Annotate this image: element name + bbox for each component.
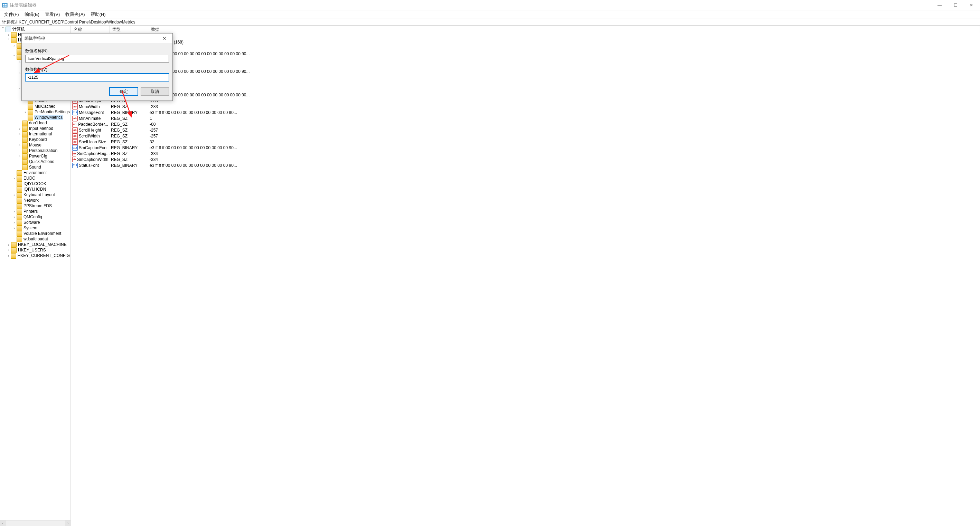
tree-item[interactable]: ›Mouse [0,142,70,148]
tree-item[interactable]: ›Software [0,220,70,225]
list-row[interactable]: 011SmCaptionFontREG_BINARYe3 ff ff ff 00… [71,145,980,151]
title-bar: 注册表编辑器 — ☐ ✕ [0,0,980,10]
string-value-icon: ab [72,116,78,121]
minimize-button[interactable]: — [932,0,948,10]
tree-item[interactable]: ›Personalization [0,148,70,153]
tree-item[interactable]: ›Network [0,197,70,203]
close-button[interactable]: ✕ [963,0,979,10]
list-row[interactable] [71,45,980,51]
menu-help[interactable]: 帮助(H) [88,11,108,18]
value-type: REG_SZ [110,157,148,162]
value-name-input[interactable] [25,55,169,62]
folder-icon [17,220,22,226]
tree-item[interactable]: ›Keyboard Layout [0,192,70,197]
tree-hkcc[interactable]: ›HKEY_CURRENT_CONFIG [0,253,70,258]
value-type: REG_SZ [110,140,148,145]
tree-item[interactable]: ›IQIYI.COOK [0,181,70,186]
tree-item[interactable]: ›Keyboard [0,137,70,142]
value-type: REG_BINARY [110,110,148,115]
list-row[interactable]: 00 00 00 00 00 00 00 00 00 00 00 00 90..… [71,92,980,98]
tree-root[interactable]: ˅计算机 [0,26,70,32]
tree-item[interactable]: ›System [0,225,70,231]
value-data-label: 数值数据(V): [25,67,169,73]
string-value-icon: ab [72,139,78,145]
value-data: 1 [148,116,980,121]
folder-icon [22,165,28,170]
list-row[interactable] [71,62,980,68]
string-value-icon: ab [72,157,76,162]
list-row[interactable] [71,33,980,39]
list-row[interactable]: abScrollHeightREG_SZ-257 [71,127,980,133]
tree-item[interactable]: ›Quick Actions [0,159,70,164]
maximize-button[interactable]: ☐ [948,0,963,10]
tree-item[interactable]: ›International [0,131,70,137]
tree-hku[interactable]: ›HKEY_USERS [0,247,70,253]
list-row[interactable]: 011StatusFontREG_BINARYe3 ff ff ff 00 00… [71,162,980,168]
value-data-input[interactable] [25,73,169,81]
value-type: REG_BINARY [110,163,148,168]
list-row[interactable] [71,86,980,92]
list-row[interactable]: (168) [71,39,980,45]
menu-favorites[interactable]: 收藏夹(A) [62,11,88,18]
tree-horizontal-scrollbar[interactable]: ‹ › [0,520,71,526]
menu-view[interactable]: 查看(V) [42,11,62,18]
menu-edit[interactable]: 编辑(E) [22,11,42,18]
menu-file[interactable]: 文件(F) [2,11,22,18]
value-name-label: 数值名称(N): [25,48,169,54]
list-row[interactable] [71,74,980,80]
tree-hklm[interactable]: ›HKEY_LOCAL_MACHINE [0,242,70,247]
folder-icon [22,154,28,159]
col-header-type[interactable]: 类型 [110,25,148,33]
svg-rect-1 [3,4,5,5]
tree-item[interactable]: ›PowerCfg [0,153,70,159]
binary-value-icon: 011 [72,110,78,115]
dialog-title: 编辑字符串 [24,36,159,41]
tree-item-windowmetrics[interactable]: ›WindowMetrics [0,114,70,120]
dialog-titlebar[interactable]: 编辑字符串 ✕ [22,33,172,43]
tree-item[interactable]: ›don't load [0,120,70,126]
tree-item-permonitorsettings[interactable]: ›PerMonitorSettings [0,109,70,114]
value-type: REG_SZ [110,116,148,121]
folder-icon [22,148,28,154]
tree-item[interactable]: ›wdsafeloadat [0,236,70,242]
tree-item[interactable]: ›PPStream.FDS [0,203,70,208]
tree-item-muicached[interactable]: ›MuiCached [0,103,70,109]
list-row[interactable]: abPaddedBorder...REG_SZ-60 [71,121,980,127]
value-name: SmCaptionWidth [77,157,108,162]
list-row[interactable]: 011MessageFontREG_BINARYe3 ff ff ff 00 0… [71,110,980,115]
dialog-body: 数值名称(N): 数值数据(V): 确定 取消 [22,43,172,100]
list-row[interactable]: 00 00 00 00 00 00 00 00 00 00 00 00 90..… [71,68,980,74]
cancel-button[interactable]: 取消 [141,87,169,96]
value-type: REG_SZ [110,104,148,109]
list-row[interactable]: abSmCaptionHeig...REG_SZ-334 [71,151,980,156]
tree-item[interactable]: ›Environment [0,170,70,175]
tree-item[interactable]: ›EUDC [0,175,70,181]
col-header-name[interactable]: 名称 [71,25,110,33]
folder-icon [17,215,22,220]
tree-item[interactable]: ›Printers [0,208,70,214]
scroll-right-button[interactable]: › [65,520,71,526]
list-row[interactable]: abMenuWidthREG_SZ-283 [71,103,980,110]
tree-item[interactable]: ›Volatile Environment [0,231,70,236]
ok-button[interactable]: 确定 [110,87,138,96]
list-row[interactable]: 00 00 00 00 00 00 00 00 00 00 00 00 90..… [71,51,980,57]
list-row[interactable]: abMenuHeightREG_SZ-283 [71,98,980,103]
address-bar[interactable]: 计算机\HKEY_CURRENT_USER\Control Panel\Desk… [0,19,980,25]
scroll-left-button[interactable]: ‹ [0,520,6,526]
folder-icon [17,187,22,192]
dialog-close-button[interactable]: ✕ [159,36,170,41]
list-row[interactable]: abSmCaptionWidthREG_SZ-334 [71,156,980,162]
list-row[interactable] [71,80,980,86]
value-data: -283 [148,104,980,109]
tree-item[interactable]: ›Input Method [0,126,70,131]
col-header-data[interactable]: 数据 [148,25,980,33]
list-row[interactable]: abShell Icon SizeREG_SZ32 [71,139,980,145]
list-row[interactable]: abMinAnimateREG_SZ1 [71,115,980,121]
folder-icon [17,198,22,203]
tree-item[interactable]: ›IQIYI.HCDN [0,186,70,192]
list-row[interactable] [71,57,980,62]
list-row[interactable]: abScrollWidthREG_SZ-257 [71,133,980,139]
tree-item[interactable]: ›QMConfig [0,214,70,220]
tree-item[interactable]: ›Sound [0,164,70,170]
value-name: MenuWidth [79,104,100,109]
